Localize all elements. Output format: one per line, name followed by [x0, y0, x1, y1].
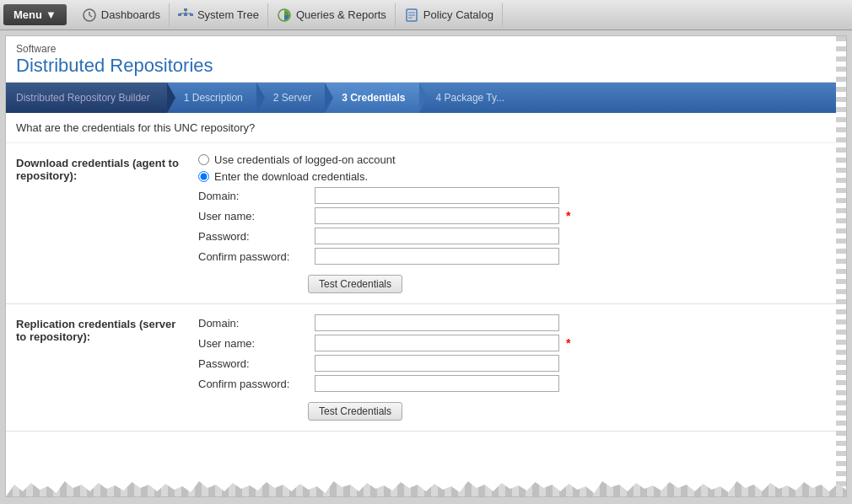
replication-domain-row: Domain: [198, 314, 839, 331]
wizard-credentials-label: 3 Credentials [342, 92, 405, 104]
wizard-arrow-desc [256, 83, 265, 113]
nav-dashboards[interactable]: Dashboards [73, 3, 170, 27]
wizard-step-builder[interactable]: Distributed Repository Builder [6, 83, 167, 113]
download-confirm-input[interactable] [315, 248, 559, 265]
download-test-credentials-button[interactable]: Test Credentials [308, 275, 402, 293]
download-domain-row: Domain: [198, 187, 839, 204]
download-section-content: Use credentials of logged-on account Ent… [191, 153, 846, 293]
replication-password-input[interactable] [315, 355, 559, 372]
download-confirm-row: Confirm password: [198, 248, 839, 265]
wizard-builder-label: Distributed Repository Builder [16, 92, 150, 104]
replication-confirm-label: Confirm password: [198, 378, 308, 390]
wizard-bar: Distributed Repository Builder 1 Descrip… [6, 83, 846, 113]
jagged-right-edge [836, 36, 846, 496]
replication-password-label: Password: [198, 357, 308, 370]
nav-policy-label: Policy Catalog [423, 8, 493, 21]
menu-button[interactable]: Menu ▼ [3, 4, 67, 25]
nav-queries-reports[interactable]: Queries & Reports [268, 3, 396, 27]
wizard-step-description[interactable]: 1 Description [167, 83, 256, 113]
radio-logged-on-input[interactable] [198, 154, 209, 165]
wizard-arrow-builder [167, 83, 175, 113]
question-text: What are the credentials for this UNC re… [6, 113, 846, 143]
replication-test-btn-container: Test Credentials [198, 397, 839, 421]
replication-domain-input[interactable] [315, 314, 559, 331]
svg-rect-3 [184, 8, 187, 11]
wizard-description-label: 1 Description [184, 92, 243, 104]
download-domain-input[interactable] [315, 187, 559, 204]
page-title: Distributed Repositories [16, 55, 836, 77]
radio-logged-on-label: Use credentials of logged-on account [214, 153, 396, 166]
replication-confirm-input[interactable] [315, 375, 559, 392]
page-header: Software Distributed Repositories [6, 36, 846, 83]
svg-line-2 [89, 15, 92, 17]
wizard-package-label: 4 Package Ty... [436, 92, 505, 104]
radio-use-logged-on[interactable]: Use credentials of logged-on account [198, 153, 839, 166]
wizard-arrow-cred [419, 83, 428, 113]
replication-test-credentials-button[interactable]: Test Credentials [308, 402, 402, 421]
radio-enter-label: Enter the download credentials. [214, 170, 368, 183]
replication-domain-label: Domain: [198, 317, 308, 330]
download-username-label: User name: [198, 210, 308, 223]
replication-confirm-row: Confirm password: [198, 375, 839, 392]
wizard-arrow-server [325, 83, 333, 113]
replication-password-row: Password: [198, 355, 839, 372]
download-section: Download credentials (agent to repositor… [6, 143, 846, 304]
download-username-input[interactable] [315, 207, 559, 224]
radio-enter-download[interactable]: Enter the download credentials. [198, 170, 839, 183]
wizard-server-label: 2 Server [273, 92, 311, 104]
wizard-step-server[interactable]: 2 Server [256, 83, 325, 113]
replication-username-label: User name: [198, 337, 308, 350]
download-password-input[interactable] [315, 228, 559, 244]
download-password-row: Password: [198, 228, 839, 244]
policy-icon [404, 8, 419, 23]
download-section-label: Download credentials (agent to repositor… [6, 153, 191, 293]
navbar: Menu ▼ Dashboards System Tree Queries & … [0, 0, 852, 30]
radio-enter-input[interactable] [198, 171, 209, 182]
download-domain-label: Domain: [198, 190, 308, 202]
wizard-step-credentials[interactable]: 3 Credentials [325, 83, 418, 113]
nav-system-tree[interactable]: System Tree [170, 3, 268, 27]
form-body: Download credentials (agent to repositor… [6, 143, 846, 432]
menu-label: Menu [13, 8, 42, 21]
jagged-bottom-edge [6, 480, 846, 496]
nav-policy-catalog[interactable]: Policy Catalog [396, 3, 503, 27]
replication-username-input[interactable] [315, 335, 559, 351]
replication-section-content: Domain: User name: * Password: Confirm p… [191, 314, 846, 421]
download-confirm-label: Confirm password: [198, 250, 308, 263]
chart-icon [277, 8, 292, 23]
replication-username-required: * [566, 336, 570, 350]
page-subtitle: Software [16, 43, 836, 55]
wizard-step-package[interactable]: 4 Package Ty... [419, 83, 519, 113]
replication-section: Replication credentials (server to repos… [6, 304, 846, 432]
main-content: Software Distributed Repositories Distri… [5, 35, 847, 497]
menu-arrow: ▼ [46, 8, 57, 21]
nav-system-tree-label: System Tree [197, 8, 259, 21]
download-username-row: User name: * [198, 207, 839, 224]
replication-username-row: User name: * [198, 335, 839, 351]
nav-dashboards-label: Dashboards [101, 8, 160, 21]
tree-icon [178, 8, 193, 23]
download-password-label: Password: [198, 230, 308, 243]
nav-queries-label: Queries & Reports [296, 8, 386, 21]
clock-icon [82, 8, 97, 23]
download-username-required: * [566, 209, 570, 223]
download-test-btn-container: Test Credentials [198, 270, 839, 293]
replication-section-label: Replication credentials (server to repos… [6, 314, 191, 421]
